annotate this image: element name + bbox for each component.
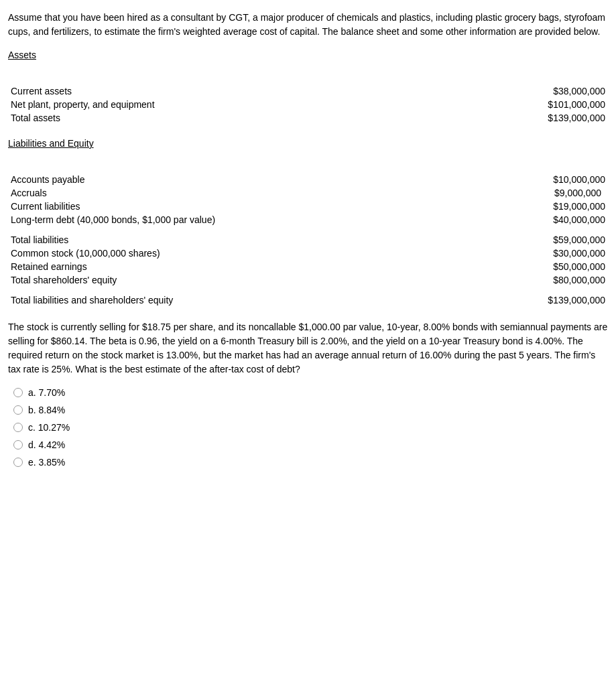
liab-value-8: $139,000,000 bbox=[420, 293, 608, 307]
liab-value-7: $80,000,000 bbox=[420, 273, 608, 287]
table-row: Total liabilities and shareholders' equi… bbox=[8, 293, 608, 307]
table-row: Retained earnings $50,000,000 bbox=[8, 260, 608, 273]
liab-label-1: Accruals bbox=[8, 186, 420, 200]
table-row: Common stock (10,000,000 shares) $30,000… bbox=[8, 247, 608, 260]
radio-d[interactable] bbox=[13, 440, 23, 450]
assets-section: Assets Current assets $38,000,000 Net pl… bbox=[8, 50, 608, 125]
table-row: Total shareholders' equity $80,000,000 bbox=[8, 273, 608, 287]
radio-e[interactable] bbox=[13, 458, 23, 467]
radio-a[interactable] bbox=[13, 388, 23, 397]
answer-options: a. 7.70% b. 8.84% c. 10.27% d. 4.42% e. … bbox=[13, 387, 608, 468]
liab-value-2: $19,000,000 bbox=[420, 200, 608, 213]
liab-value-5: $30,000,000 bbox=[420, 247, 608, 260]
table-row: Current liabilities $19,000,000 bbox=[8, 200, 608, 213]
liab-value-1: $9,000,000 bbox=[420, 186, 608, 200]
liab-label-6: Retained earnings bbox=[8, 260, 420, 273]
asset-value-0: $38,000,000 bbox=[420, 84, 608, 98]
liabilities-header: Liabilities and Equity bbox=[8, 138, 94, 149]
liab-label-5: Common stock (10,000,000 shares) bbox=[8, 247, 420, 260]
option-d-label: d. 4.42% bbox=[28, 439, 65, 450]
asset-label-2: Total assets bbox=[8, 111, 420, 125]
table-row: Current assets $38,000,000 bbox=[8, 84, 608, 98]
question-paragraph: The stock is currently selling for $18.7… bbox=[8, 320, 608, 376]
liab-label-3: Long-term debt (40,000 bonds, $1,000 par… bbox=[8, 213, 420, 226]
table-row: Long-term debt (40,000 bonds, $1,000 par… bbox=[8, 213, 608, 226]
liab-label-4: Total liabilities bbox=[8, 233, 420, 247]
asset-label-0: Current assets bbox=[8, 84, 420, 98]
asset-value-2: $139,000,000 bbox=[420, 111, 608, 125]
table-row: Total liabilities $59,000,000 bbox=[8, 233, 608, 247]
table-row: Total assets $139,000,000 bbox=[8, 111, 608, 125]
table-row: Net plant, property, and equipment $101,… bbox=[8, 98, 608, 111]
liabilities-table: Accounts payable $10,000,000 Accruals $9… bbox=[8, 173, 608, 307]
option-e-label: e. 3.85% bbox=[28, 457, 65, 468]
table-row: Accruals $9,000,000 bbox=[8, 186, 608, 200]
liab-label-8: Total liabilities and shareholders' equi… bbox=[8, 293, 420, 307]
option-b[interactable]: b. 8.84% bbox=[13, 405, 608, 415]
option-e[interactable]: e. 3.85% bbox=[13, 457, 608, 468]
asset-label-1: Net plant, property, and equipment bbox=[8, 98, 420, 111]
liab-value-4: $59,000,000 bbox=[420, 233, 608, 247]
radio-b[interactable] bbox=[13, 405, 23, 415]
liab-label-7: Total shareholders' equity bbox=[8, 273, 420, 287]
option-b-label: b. 8.84% bbox=[28, 405, 65, 415]
radio-c[interactable] bbox=[13, 423, 23, 432]
liab-value-6: $50,000,000 bbox=[420, 260, 608, 273]
liab-value-3: $40,000,000 bbox=[420, 213, 608, 226]
liab-label-2: Current liabilities bbox=[8, 200, 420, 213]
table-row: Accounts payable $10,000,000 bbox=[8, 173, 608, 186]
intro-paragraph: Assume that you have been hired as a con… bbox=[8, 11, 608, 39]
option-a[interactable]: a. 7.70% bbox=[13, 387, 608, 398]
option-d[interactable]: d. 4.42% bbox=[13, 439, 608, 450]
option-a-label: a. 7.70% bbox=[28, 387, 65, 398]
assets-table: Current assets $38,000,000 Net plant, pr… bbox=[8, 84, 608, 125]
liabilities-section: Liabilities and Equity Accounts payable … bbox=[8, 138, 608, 307]
asset-value-1: $101,000,000 bbox=[420, 98, 608, 111]
liab-label-0: Accounts payable bbox=[8, 173, 420, 186]
liab-value-0: $10,000,000 bbox=[420, 173, 608, 186]
option-c-label: c. 10.27% bbox=[28, 422, 70, 433]
assets-header: Assets bbox=[8, 50, 36, 60]
option-c[interactable]: c. 10.27% bbox=[13, 422, 608, 433]
